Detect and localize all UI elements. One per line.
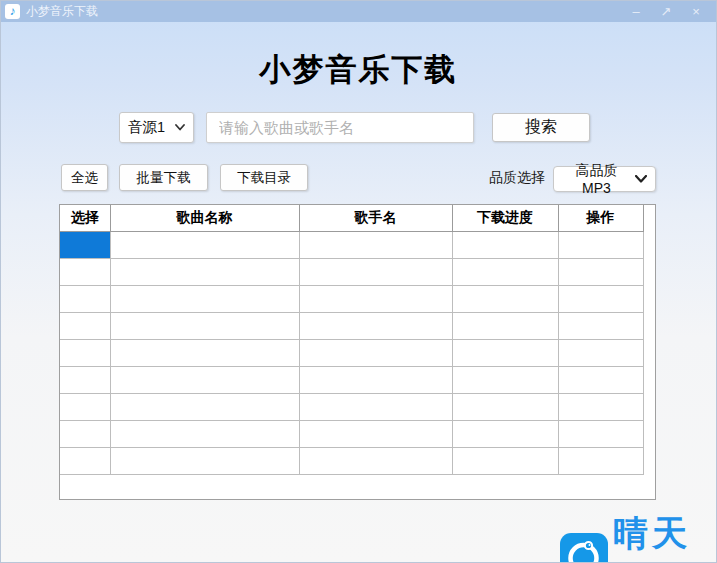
quality-select-value: 高品质MP3 — [562, 162, 631, 196]
table-cell[interactable] — [60, 312, 110, 339]
table-cell[interactable] — [110, 231, 299, 258]
table-cell[interactable] — [60, 447, 110, 474]
table-cell[interactable] — [452, 393, 558, 420]
table-cell[interactable] — [299, 285, 452, 312]
table-row — [60, 393, 643, 420]
table-cell[interactable] — [558, 285, 643, 312]
table-cell[interactable] — [60, 231, 110, 258]
column-header-2[interactable]: 歌手名 — [299, 205, 452, 231]
source-select[interactable]: 音源1 — [119, 112, 194, 143]
table-cell[interactable] — [558, 231, 643, 258]
maximize-button[interactable]: ↗ — [658, 1, 674, 22]
table-cell[interactable] — [452, 420, 558, 447]
table-cell[interactable] — [299, 420, 452, 447]
table-cell[interactable] — [299, 312, 452, 339]
table-row — [60, 339, 643, 366]
music-note-icon: ♪ — [5, 4, 20, 19]
table-cell[interactable] — [558, 420, 643, 447]
table-cell[interactable] — [452, 447, 558, 474]
minimize-button[interactable]: – — [628, 1, 644, 22]
brand-logo: 晴天雨 — [560, 509, 716, 563]
chevron-down-icon — [635, 175, 647, 183]
table-cell[interactable] — [60, 285, 110, 312]
batch-download-button[interactable]: 批量下载 — [119, 164, 208, 191]
window-controls: – ↗ × — [628, 1, 712, 22]
close-button[interactable]: × — [688, 1, 704, 22]
table-cell[interactable] — [299, 393, 452, 420]
table-cell[interactable] — [110, 366, 299, 393]
table-cell[interactable] — [452, 231, 558, 258]
table-cell[interactable] — [60, 420, 110, 447]
table-cell[interactable] — [558, 393, 643, 420]
table-cell[interactable] — [452, 258, 558, 285]
table-cell[interactable] — [110, 312, 299, 339]
select-all-button[interactable]: 全选 — [61, 164, 108, 191]
table-cell[interactable] — [452, 285, 558, 312]
titlebar: ♪ 小梦音乐下载 – ↗ × — [1, 1, 716, 22]
quality-label: 品质选择 — [489, 169, 545, 187]
song-table-container: 选择歌曲名称歌手名下载进度操作 — [59, 204, 656, 500]
window-title: 小梦音乐下载 — [26, 3, 628, 20]
table-cell[interactable] — [60, 366, 110, 393]
column-header-4[interactable]: 操作 — [558, 205, 643, 231]
table-row — [60, 420, 643, 447]
table-cell[interactable] — [558, 366, 643, 393]
table-cell[interactable] — [60, 258, 110, 285]
table-cell[interactable] — [299, 447, 452, 474]
table-row — [60, 447, 643, 474]
page-title: 小梦音乐下载 — [1, 49, 716, 91]
chevron-down-icon — [175, 124, 185, 131]
table-row — [60, 285, 643, 312]
download-dir-button[interactable]: 下载目录 — [220, 164, 308, 191]
column-header-0[interactable]: 选择 — [60, 205, 110, 231]
table-row — [60, 258, 643, 285]
column-header-1[interactable]: 歌曲名称 — [110, 205, 299, 231]
table-cell[interactable] — [110, 420, 299, 447]
source-select-value: 音源1 — [128, 118, 165, 137]
table-cell[interactable] — [558, 258, 643, 285]
search-input[interactable] — [206, 112, 474, 143]
table-cell[interactable] — [299, 366, 452, 393]
table-cell[interactable] — [110, 258, 299, 285]
table-cell[interactable] — [452, 339, 558, 366]
brand-text: 晴天雨 — [613, 509, 716, 563]
song-table: 选择歌曲名称歌手名下载进度操作 — [60, 205, 644, 475]
table-cell[interactable] — [558, 312, 643, 339]
table-cell[interactable] — [558, 447, 643, 474]
table-cell[interactable] — [558, 339, 643, 366]
quality-select[interactable]: 高品质MP3 — [553, 166, 656, 192]
app-window: ♪ 小梦音乐下载 – ↗ × 小梦音乐下载 音源1 搜索 全选 批量下载 下载目… — [0, 0, 717, 563]
search-button[interactable]: 搜索 — [492, 113, 590, 142]
q-logo-icon — [560, 533, 608, 563]
table-cell[interactable] — [452, 366, 558, 393]
table-cell[interactable] — [299, 258, 452, 285]
table-row — [60, 312, 643, 339]
table-row — [60, 231, 643, 258]
table-cell[interactable] — [110, 447, 299, 474]
table-row — [60, 366, 643, 393]
table-cell[interactable] — [110, 339, 299, 366]
table-cell[interactable] — [299, 339, 452, 366]
table-cell[interactable] — [60, 393, 110, 420]
table-cell[interactable] — [452, 312, 558, 339]
column-header-3[interactable]: 下载进度 — [452, 205, 558, 231]
table-cell[interactable] — [60, 339, 110, 366]
table-cell[interactable] — [110, 393, 299, 420]
table-cell[interactable] — [110, 285, 299, 312]
table-cell[interactable] — [299, 231, 452, 258]
